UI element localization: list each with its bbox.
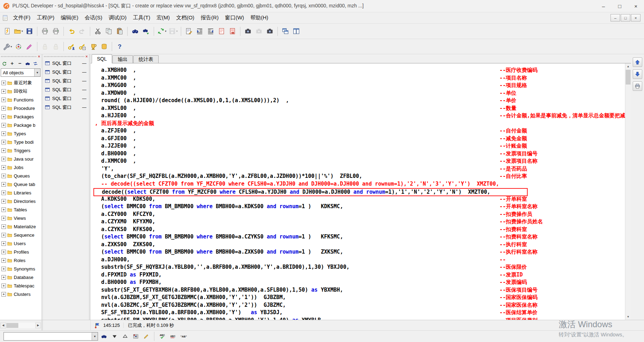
scroll-right-icon[interactable]: ▶ [35,323,41,328]
open-button[interactable]: ▾ [13,26,24,37]
cut-button[interactable] [92,26,103,37]
menu-item[interactable]: 文档(O) [173,13,198,23]
tree-item[interactable]: +Libraries [0,188,41,197]
rollback-button[interactable] [50,41,61,52]
expand-plus-icon[interactable]: + [1,275,6,280]
tree-item[interactable]: +回收站 [0,87,41,95]
help-button[interactable]: ? [114,41,125,52]
menu-item[interactable]: 编辑(E) [57,13,81,23]
tree-item[interactable]: +Roles [0,256,41,265]
expand-plus-icon[interactable]: + [1,267,6,271]
case-sensitive-button[interactable]: ABC [168,332,178,341]
expand-plus-icon[interactable]: + [1,81,6,85]
tree-item[interactable]: +Package b [0,121,41,129]
hscroll-track[interactable] [6,323,35,328]
copy-button[interactable] [103,26,114,37]
tree-find-button[interactable] [24,60,31,67]
customize-button[interactable] [24,41,35,52]
paste-button[interactable] [114,26,125,37]
tree-item[interactable]: +Queue tab [0,180,41,188]
tab-SQL[interactable]: SQL [92,54,112,63]
indent-button[interactable] [194,26,205,37]
dropdown-arrow-icon[interactable]: ▾ [11,45,12,48]
window-list-close-icon[interactable]: × [86,55,88,58]
close-button[interactable]: × [628,0,644,12]
menu-item[interactable]: 调试(D) [105,13,130,23]
dropdown-arrow-icon[interactable]: ▾ [165,30,166,33]
vscroll-thumb[interactable] [626,70,631,85]
tree-hscrollbar[interactable]: ◀ ▶ [0,320,43,330]
outdent-button[interactable] [205,26,216,37]
dropdown-arrow-icon[interactable]: ▾ [176,30,178,33]
print-options-button[interactable] [50,26,61,37]
redo-button[interactable] [77,26,88,37]
object-filter-dropdown[interactable]: All objects ▼ [1,68,41,77]
tree-item[interactable]: +Sequence [0,231,41,239]
edit-marker-button[interactable] [141,332,151,341]
window-list-item[interactable]: SQL 窗口— [43,85,89,94]
tree-item[interactable]: +Functions [0,95,41,104]
whole-word-button[interactable]: ABC [158,332,167,341]
expand-plus-icon[interactable]: + [1,148,6,153]
scroll-down-icon[interactable]: ▼ [625,314,631,320]
mdi-restore-button[interactable]: □ [621,14,630,21]
expand-plus-icon[interactable]: + [1,191,6,195]
expand-plus-icon[interactable]: + [1,250,6,254]
regex-button[interactable]: "AB" [179,332,188,341]
window-list-item[interactable]: SQL 窗口— [43,94,89,103]
expand-plus-icon[interactable]: + [1,98,6,102]
expand-plus-icon[interactable]: + [1,106,6,111]
find-input[interactable] [4,332,92,340]
log-on-button[interactable] [66,41,77,52]
highlight-occurrences-button[interactable] [131,332,140,341]
tree-item[interactable]: +Queues [0,172,41,180]
cascade-windows-button[interactable] [280,26,291,37]
find-combobox[interactable]: ▼ [4,332,98,341]
find-next-button[interactable] [141,26,152,37]
tools-button[interactable]: ▾ [2,41,13,52]
tree-item[interactable]: +Tables [0,205,41,214]
mdi-close-button[interactable]: × [631,14,640,21]
tab-统计表[interactable]: 统计表 [133,55,159,63]
tree-item[interactable]: +最近对象 [0,79,41,87]
scroll-page-up-button[interactable] [633,57,642,67]
session-monitor-button[interactable] [88,41,99,52]
expand-plus-icon[interactable]: + [1,241,6,246]
expand-plus-icon[interactable]: + [1,140,6,144]
search-button[interactable] [99,332,109,341]
window-list-item[interactable]: SQL 窗口— [43,59,89,68]
scroll-up-icon[interactable]: ▲ [625,63,631,69]
expand-plus-icon[interactable]: + [1,216,6,220]
scroll-left-icon[interactable]: ◀ [0,323,6,328]
window-list-grip[interactable]: × [43,54,89,59]
print-window-button[interactable] [633,81,642,91]
object-browser-close-icon[interactable]: × [38,55,40,58]
editor-vscrollbar[interactable]: ▲ ▼ [625,63,631,320]
commit-button[interactable] [39,41,50,52]
describe-button[interactable] [183,26,194,37]
expand-plus-icon[interactable]: + [1,233,6,237]
chevron-down-icon[interactable]: ▼ [34,69,40,76]
tree-item[interactable]: +Tablespac [0,281,41,290]
recall-statement-button[interactable]: ▾ [156,26,167,37]
scroll-page-down-button[interactable] [633,69,642,79]
tree-item[interactable]: +Directories [0,197,41,205]
capture-disabled-button[interactable] [253,26,264,37]
preferences-button[interactable] [13,41,24,52]
expand-plus-icon[interactable]: + [1,123,6,128]
menu-item[interactable]: 报告(R) [197,13,222,23]
expand-plus-icon[interactable]: + [1,174,6,178]
tab-输出[interactable]: 输出 [112,55,133,63]
tree-item[interactable]: +Types [0,129,41,138]
mdi-minimize-button[interactable]: – [611,14,620,21]
tree-collapse-button[interactable]: − [16,60,24,67]
expand-plus-icon[interactable]: + [1,207,6,212]
menu-item[interactable]: 会话(S) [81,13,105,23]
tree-item[interactable]: +Profiles [0,248,41,256]
tree-refresh-button[interactable] [1,60,8,67]
expand-plus-icon[interactable]: + [1,258,6,263]
expand-plus-icon[interactable]: + [1,89,6,94]
hscroll-thumb[interactable] [6,323,18,328]
window-list-item[interactable]: SQL 窗口— [43,103,89,112]
expand-plus-icon[interactable]: + [1,165,6,170]
